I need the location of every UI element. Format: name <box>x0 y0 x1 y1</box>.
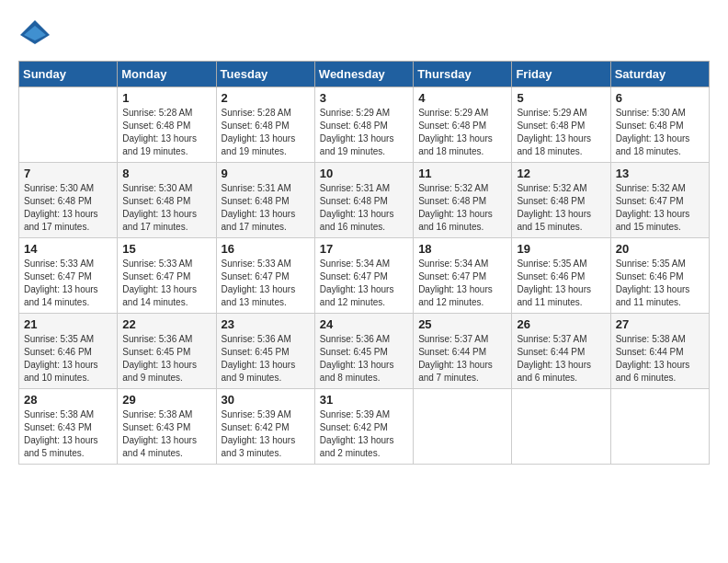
logo-icon <box>18 18 51 52</box>
calendar-cell: 28Sunrise: 5:38 AM Sunset: 6:43 PM Dayli… <box>19 389 118 465</box>
calendar-cell: 11Sunrise: 5:32 AM Sunset: 6:48 PM Dayli… <box>414 163 512 238</box>
calendar-cell: 12Sunrise: 5:32 AM Sunset: 6:48 PM Dayli… <box>512 163 610 238</box>
day-info: Sunrise: 5:38 AM Sunset: 6:44 PM Dayligh… <box>616 333 704 385</box>
day-info: Sunrise: 5:31 AM Sunset: 6:48 PM Dayligh… <box>320 182 408 234</box>
day-info: Sunrise: 5:35 AM Sunset: 6:46 PM Dayligh… <box>517 258 605 309</box>
calendar-cell: 29Sunrise: 5:38 AM Sunset: 6:43 PM Dayli… <box>118 389 216 465</box>
day-info: Sunrise: 5:33 AM Sunset: 6:47 PM Dayligh… <box>122 258 210 309</box>
day-number: 23 <box>222 317 310 331</box>
calendar-cell: 5Sunrise: 5:29 AM Sunset: 6:48 PM Daylig… <box>512 87 610 163</box>
day-info: Sunrise: 5:38 AM Sunset: 6:43 PM Dayligh… <box>24 408 112 460</box>
calendar-week-row: 7Sunrise: 5:30 AM Sunset: 6:48 PM Daylig… <box>19 163 710 238</box>
day-number: 9 <box>222 167 310 180</box>
day-info: Sunrise: 5:34 AM Sunset: 6:47 PM Dayligh… <box>418 258 506 309</box>
header-day-monday: Monday <box>118 62 216 87</box>
page-header <box>18 18 710 52</box>
header-day-thursday: Thursday <box>414 62 512 87</box>
day-number: 31 <box>320 393 408 407</box>
calendar-cell: 25Sunrise: 5:37 AM Sunset: 6:44 PM Dayli… <box>414 314 512 389</box>
day-info: Sunrise: 5:39 AM Sunset: 6:42 PM Dayligh… <box>320 408 408 460</box>
calendar-cell: 14Sunrise: 5:33 AM Sunset: 6:47 PM Dayli… <box>19 238 118 314</box>
header-day-tuesday: Tuesday <box>216 62 314 87</box>
calendar-cell: 17Sunrise: 5:34 AM Sunset: 6:47 PM Dayli… <box>314 238 413 314</box>
calendar-cell: 19Sunrise: 5:35 AM Sunset: 6:46 PM Dayli… <box>512 238 610 314</box>
day-number: 24 <box>320 317 408 331</box>
day-info: Sunrise: 5:36 AM Sunset: 6:45 PM Dayligh… <box>122 333 210 385</box>
calendar-cell: 18Sunrise: 5:34 AM Sunset: 6:47 PM Dayli… <box>414 238 512 314</box>
header-day-wednesday: Wednesday <box>314 62 413 87</box>
day-number: 27 <box>616 317 704 331</box>
day-info: Sunrise: 5:37 AM Sunset: 6:44 PM Dayligh… <box>517 333 605 385</box>
calendar-week-row: 14Sunrise: 5:33 AM Sunset: 6:47 PM Dayli… <box>19 238 710 314</box>
day-number: 14 <box>24 242 112 256</box>
day-number: 2 <box>222 91 310 105</box>
day-number: 30 <box>222 393 310 407</box>
calendar-cell: 9Sunrise: 5:31 AM Sunset: 6:48 PM Daylig… <box>216 163 314 238</box>
day-number: 6 <box>616 91 704 105</box>
calendar-cell: 15Sunrise: 5:33 AM Sunset: 6:47 PM Dayli… <box>118 238 216 314</box>
day-info: Sunrise: 5:30 AM Sunset: 6:48 PM Dayligh… <box>24 182 112 234</box>
day-number: 13 <box>616 167 704 180</box>
header-day-friday: Friday <box>512 62 610 87</box>
calendar-cell <box>414 389 512 465</box>
calendar-cell: 27Sunrise: 5:38 AM Sunset: 6:44 PM Dayli… <box>610 314 709 389</box>
day-info: Sunrise: 5:30 AM Sunset: 6:48 PM Dayligh… <box>122 182 210 234</box>
day-number: 1 <box>122 91 210 105</box>
day-number: 12 <box>517 167 605 180</box>
day-info: Sunrise: 5:36 AM Sunset: 6:45 PM Dayligh… <box>222 333 310 385</box>
calendar-cell: 13Sunrise: 5:32 AM Sunset: 6:47 PM Dayli… <box>610 163 709 238</box>
day-info: Sunrise: 5:39 AM Sunset: 6:42 PM Dayligh… <box>222 408 310 460</box>
day-info: Sunrise: 5:35 AM Sunset: 6:46 PM Dayligh… <box>616 258 704 309</box>
day-info: Sunrise: 5:33 AM Sunset: 6:47 PM Dayligh… <box>24 258 112 309</box>
calendar-cell: 4Sunrise: 5:29 AM Sunset: 6:48 PM Daylig… <box>414 87 512 163</box>
day-info: Sunrise: 5:31 AM Sunset: 6:48 PM Dayligh… <box>222 182 310 234</box>
calendar-table: SundayMondayTuesdayWednesdayThursdayFrid… <box>18 61 710 465</box>
calendar-cell: 2Sunrise: 5:28 AM Sunset: 6:48 PM Daylig… <box>216 87 314 163</box>
day-number: 10 <box>320 167 408 180</box>
calendar-cell <box>610 389 709 465</box>
day-info: Sunrise: 5:33 AM Sunset: 6:47 PM Dayligh… <box>222 258 310 309</box>
calendar-cell: 20Sunrise: 5:35 AM Sunset: 6:46 PM Dayli… <box>610 238 709 314</box>
day-info: Sunrise: 5:28 AM Sunset: 6:48 PM Dayligh… <box>222 107 310 158</box>
day-info: Sunrise: 5:32 AM Sunset: 6:48 PM Dayligh… <box>418 182 506 234</box>
calendar-week-row: 28Sunrise: 5:38 AM Sunset: 6:43 PM Dayli… <box>19 389 710 465</box>
calendar-week-row: 21Sunrise: 5:35 AM Sunset: 6:46 PM Dayli… <box>19 314 710 389</box>
day-number: 3 <box>320 91 408 105</box>
calendar-cell: 22Sunrise: 5:36 AM Sunset: 6:45 PM Dayli… <box>118 314 216 389</box>
day-number: 11 <box>418 167 506 180</box>
logo <box>18 18 55 52</box>
day-info: Sunrise: 5:29 AM Sunset: 6:48 PM Dayligh… <box>418 107 506 158</box>
day-info: Sunrise: 5:29 AM Sunset: 6:48 PM Dayligh… <box>517 107 605 158</box>
calendar-cell: 24Sunrise: 5:36 AM Sunset: 6:45 PM Dayli… <box>314 314 413 389</box>
calendar-cell: 1Sunrise: 5:28 AM Sunset: 6:48 PM Daylig… <box>118 87 216 163</box>
day-number: 17 <box>320 242 408 256</box>
calendar-cell: 23Sunrise: 5:36 AM Sunset: 6:45 PM Dayli… <box>216 314 314 389</box>
day-number: 5 <box>517 91 605 105</box>
day-info: Sunrise: 5:28 AM Sunset: 6:48 PM Dayligh… <box>122 107 210 158</box>
day-number: 28 <box>24 393 112 407</box>
calendar-cell: 10Sunrise: 5:31 AM Sunset: 6:48 PM Dayli… <box>314 163 413 238</box>
day-number: 19 <box>517 242 605 256</box>
header-day-sunday: Sunday <box>19 62 118 87</box>
calendar-cell: 30Sunrise: 5:39 AM Sunset: 6:42 PM Dayli… <box>216 389 314 465</box>
day-number: 22 <box>122 317 210 331</box>
calendar-cell: 16Sunrise: 5:33 AM Sunset: 6:47 PM Dayli… <box>216 238 314 314</box>
day-number: 26 <box>517 317 605 331</box>
calendar-cell: 7Sunrise: 5:30 AM Sunset: 6:48 PM Daylig… <box>19 163 118 238</box>
calendar-header-row: SundayMondayTuesdayWednesdayThursdayFrid… <box>19 62 710 87</box>
day-number: 18 <box>418 242 506 256</box>
calendar-cell: 21Sunrise: 5:35 AM Sunset: 6:46 PM Dayli… <box>19 314 118 389</box>
day-info: Sunrise: 5:35 AM Sunset: 6:46 PM Dayligh… <box>24 333 112 385</box>
calendar-cell: 3Sunrise: 5:29 AM Sunset: 6:48 PM Daylig… <box>314 87 413 163</box>
day-info: Sunrise: 5:30 AM Sunset: 6:48 PM Dayligh… <box>616 107 704 158</box>
day-number: 4 <box>418 91 506 105</box>
day-number: 21 <box>24 317 112 331</box>
day-info: Sunrise: 5:37 AM Sunset: 6:44 PM Dayligh… <box>418 333 506 385</box>
day-number: 29 <box>122 393 210 407</box>
day-number: 8 <box>122 167 210 180</box>
day-info: Sunrise: 5:36 AM Sunset: 6:45 PM Dayligh… <box>320 333 408 385</box>
day-info: Sunrise: 5:32 AM Sunset: 6:48 PM Dayligh… <box>517 182 605 234</box>
header-day-saturday: Saturday <box>610 62 709 87</box>
calendar-cell: 6Sunrise: 5:30 AM Sunset: 6:48 PM Daylig… <box>610 87 709 163</box>
day-number: 16 <box>222 242 310 256</box>
